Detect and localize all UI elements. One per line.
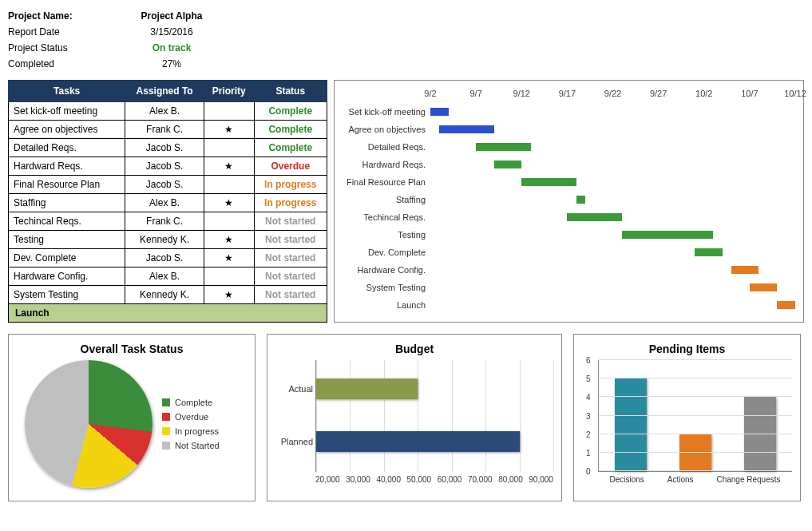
cell-assigned: Frank C. <box>125 212 204 231</box>
th-priority: Priority <box>204 81 254 102</box>
swatch-overdue <box>162 413 170 421</box>
gantt-row: Final Resource Plan <box>343 173 795 191</box>
cell-status: Complete <box>254 139 327 157</box>
gantt-row-label: Launch <box>343 300 430 310</box>
cell-priority <box>204 102 254 121</box>
cell-priority: ★ <box>204 231 254 249</box>
pie-title: Overall Task Status <box>17 343 247 355</box>
cell-assigned: Jacob S. <box>125 157 204 176</box>
gantt-row: Launch <box>343 296 795 314</box>
budget-xtick: 40,000 <box>376 475 401 484</box>
report-date-value: 3/15/2016 <box>128 26 216 38</box>
gantt-bar <box>576 196 585 204</box>
legend-overdue: Overdue <box>175 412 208 422</box>
pending-xlabel: Actions <box>667 475 694 484</box>
cell-status: Not started <box>254 267 327 286</box>
cell-task: Set kick-off meeting <box>9 102 125 121</box>
pending-xlabel: Change Requests <box>716 475 780 484</box>
gantt-tick: 10/2 <box>695 89 712 98</box>
table-row: System TestingKennedy K.★Not started <box>9 286 327 304</box>
budget-title: Budget <box>275 343 553 355</box>
pie-chart-card: Overall Task Status Complete Overdue In … <box>8 334 255 501</box>
gantt-row-label: Detailed Reqs. <box>343 142 430 152</box>
gantt-row-label: Hardware Config. <box>343 265 430 275</box>
budget-xtick: 50,000 <box>407 475 432 484</box>
gantt-tick: 9/27 <box>650 89 667 98</box>
gantt-bar <box>567 213 622 221</box>
cell-assigned: Alex B. <box>125 267 204 286</box>
gantt-row-label: System Testing <box>343 283 430 292</box>
gantt-row-label: Techincal Reqs. <box>343 212 430 222</box>
cell-assigned: Alex B. <box>125 194 204 212</box>
th-status: Status <box>254 81 327 102</box>
gantt-row-label: Staffing <box>343 195 430 204</box>
launch-row: Launch <box>9 304 327 323</box>
budget-xtick: 20,000 <box>315 475 340 484</box>
legend-notstarted: Not Started <box>175 441 220 450</box>
gantt-bar <box>494 160 521 168</box>
gantt-tick: 10/12 <box>784 89 806 98</box>
legend-complete: Complete <box>175 398 212 407</box>
budget-bar-actual <box>316 378 418 399</box>
table-row: StaffingAlex B.★In progress <box>9 194 327 212</box>
task-table: Tasks Assigned To Priority Status Set ki… <box>8 80 327 323</box>
pending-chart-card: Pending Items 0123456 DecisionsActionsCh… <box>573 334 801 501</box>
table-row: Hardware Config.Alex B.Not started <box>9 267 327 286</box>
budget-xtick: 90,000 <box>529 475 553 484</box>
gantt-bar <box>777 301 795 309</box>
budget-label-actual: Actual <box>275 384 313 394</box>
gantt-row: Testing <box>343 226 795 244</box>
cell-assigned: Jacob S. <box>125 249 204 267</box>
report-date-label: Report Date <box>8 26 128 38</box>
table-row: Techincal Reqs.Frank C.Not started <box>9 212 327 231</box>
gantt-row: Set kick-off meeting <box>343 103 795 121</box>
cell-task: Hardware Config. <box>9 267 125 286</box>
gantt-bar <box>476 143 531 151</box>
budget-xtick: 30,000 <box>346 475 370 484</box>
project-status-label: Project Status <box>8 42 128 53</box>
cell-task: Hardward Reqs. <box>9 157 125 176</box>
gantt-bar <box>750 283 777 291</box>
budget-bar-planned <box>316 431 520 452</box>
budget-xtick: 80,000 <box>498 475 523 484</box>
gantt-row: Detailed Reqs. <box>343 138 795 156</box>
cell-assigned: Frank C. <box>125 121 204 139</box>
cell-priority: ★ <box>204 194 254 212</box>
swatch-notstarted <box>162 442 170 450</box>
cell-status: Not started <box>254 212 327 231</box>
pending-ytick: 0 <box>586 467 591 476</box>
gantt-row-label: Hardward Reqs. <box>343 160 430 169</box>
gantt-row: Agree on objectives <box>343 121 795 138</box>
gantt-chart: 9/29/79/129/179/229/2710/210/710/12 Set … <box>334 80 804 323</box>
cell-task: Detailed Reqs. <box>9 139 125 157</box>
cell-assigned: Jacob S. <box>125 139 204 157</box>
gantt-tick: 9/2 <box>424 89 436 98</box>
budget-x-axis: 20,00030,00040,00050,00060,00070,00080,0… <box>315 475 553 484</box>
cell-assigned: Alex B. <box>125 102 204 121</box>
table-row: Hardward Reqs.Jacob S.★Overdue <box>9 157 327 176</box>
swatch-inprogress <box>162 427 170 435</box>
gantt-row-label: Agree on objectives <box>343 125 430 134</box>
cell-status: In progress <box>254 194 327 212</box>
cell-task: Staffing <box>9 194 125 212</box>
pending-bar <box>744 397 776 471</box>
gantt-row: System Testing <box>343 279 795 296</box>
gantt-tick: 9/17 <box>559 89 576 98</box>
cell-priority <box>204 267 254 286</box>
gantt-row-label: Testing <box>343 230 430 240</box>
completed-label: Completed <box>8 58 128 69</box>
cell-priority <box>204 212 254 231</box>
cell-priority <box>204 176 254 194</box>
gantt-bar <box>439 125 494 133</box>
gantt-row: Staffing <box>343 191 795 208</box>
gantt-row-label: Final Resource Plan <box>343 177 430 187</box>
gantt-bar <box>521 178 576 186</box>
cell-status: In progress <box>254 176 327 194</box>
completed-value: 27% <box>128 58 216 69</box>
pending-ytick: 3 <box>586 411 591 420</box>
cell-task: Agree on objectives <box>9 121 125 139</box>
cell-status: Complete <box>254 102 327 121</box>
cell-status: Not started <box>254 249 327 267</box>
cell-priority <box>204 139 254 157</box>
gantt-tick: 9/12 <box>513 89 530 98</box>
